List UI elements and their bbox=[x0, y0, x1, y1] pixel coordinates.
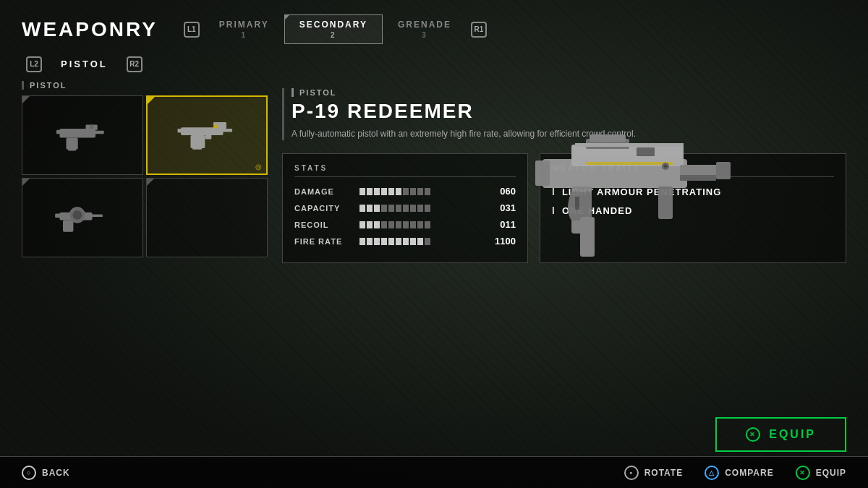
svg-rect-0 bbox=[60, 129, 96, 138]
weapon-grid bbox=[22, 95, 268, 257]
svg-rect-18 bbox=[63, 221, 73, 232]
svg-rect-25 bbox=[680, 175, 716, 181]
stat-damage-bar bbox=[359, 188, 481, 195]
svg-rect-24 bbox=[716, 162, 731, 179]
stats-panel: STATS DAMAGE bbox=[282, 153, 528, 263]
svg-rect-20 bbox=[91, 215, 103, 218]
svg-rect-35 bbox=[586, 162, 673, 165]
page-title: WEAPONRY bbox=[22, 18, 158, 41]
equip-button-label: EQUIP bbox=[769, 428, 816, 441]
svg-rect-33 bbox=[575, 143, 684, 147]
svg-rect-5 bbox=[68, 148, 76, 151]
tab-primary[interactable]: PRIMARY 1 bbox=[204, 14, 284, 44]
svg-rect-2 bbox=[67, 138, 78, 150]
svg-rect-13 bbox=[192, 147, 202, 150]
stat-firerate-label: FIRE RATE bbox=[294, 237, 352, 246]
svg-rect-32 bbox=[637, 147, 655, 156]
l2-button[interactable]: L2 bbox=[26, 56, 42, 72]
r1-button[interactable]: R1 bbox=[471, 22, 487, 38]
weapon-slot-2[interactable] bbox=[146, 95, 268, 175]
stat-capacity-label: CAPACITY bbox=[294, 204, 352, 213]
svg-rect-28 bbox=[575, 197, 579, 210]
stat-recoil-label: RECOIL bbox=[294, 221, 352, 229]
stat-firerate: FIRE RATE 11 bbox=[294, 236, 516, 247]
svg-point-37 bbox=[664, 165, 667, 168]
equip-button-icon: ✕ bbox=[746, 427, 760, 442]
svg-rect-34 bbox=[535, 160, 550, 186]
svg-point-17 bbox=[73, 210, 82, 220]
svg-rect-9 bbox=[191, 135, 205, 148]
stat-damage-label: DAMAGE bbox=[294, 187, 352, 196]
svg-rect-14 bbox=[213, 125, 217, 129]
tab-grenade[interactable]: GRENADE 3 bbox=[383, 14, 467, 44]
svg-rect-12 bbox=[205, 134, 211, 139]
stat-firerate-bar bbox=[359, 238, 481, 245]
stats-title: STATS bbox=[294, 164, 516, 177]
svg-rect-29 bbox=[580, 217, 595, 257]
svg-rect-4 bbox=[94, 131, 104, 134]
equip-button[interactable]: ✕ EQUIP bbox=[715, 417, 846, 452]
weapon-slot-3[interactable] bbox=[22, 178, 143, 257]
stat-capacity-bar bbox=[359, 205, 481, 212]
svg-rect-10 bbox=[178, 129, 183, 132]
current-category: PISTOL bbox=[54, 56, 115, 72]
weapon-slot-1[interactable] bbox=[22, 95, 143, 175]
svg-rect-19 bbox=[55, 214, 61, 218]
weapon-slot-4[interactable] bbox=[146, 178, 268, 257]
l1-button[interactable]: L1 bbox=[184, 22, 200, 38]
svg-point-6 bbox=[90, 125, 93, 129]
weapon-icon-2 bbox=[174, 116, 239, 155]
stat-recoil: RECOIL 011 bbox=[294, 219, 516, 230]
svg-rect-26 bbox=[658, 187, 673, 219]
stat-capacity: CAPACITY 031 bbox=[294, 202, 516, 213]
stat-damage: DAMAGE 060 bbox=[294, 186, 516, 197]
stat-recoil-bar bbox=[359, 221, 481, 228]
weapon-icon-1 bbox=[50, 116, 115, 155]
large-weapon-display bbox=[506, 87, 738, 289]
svg-rect-3 bbox=[56, 130, 64, 134]
r2-button[interactable]: R2 bbox=[127, 56, 142, 72]
svg-rect-11 bbox=[222, 129, 232, 132]
svg-rect-23 bbox=[680, 165, 720, 176]
weapon-icon-3 bbox=[50, 198, 115, 237]
svg-rect-31 bbox=[590, 134, 626, 142]
tab-secondary[interactable]: SECONDARY 2 bbox=[284, 14, 383, 44]
weapon-panel-label: PISTOL bbox=[22, 81, 268, 90]
large-weapon-svg bbox=[506, 87, 738, 289]
